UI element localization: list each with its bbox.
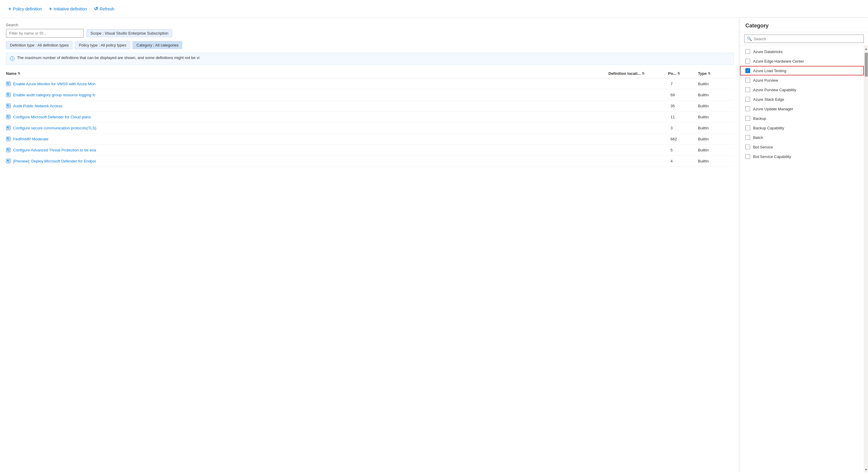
row-type: BuiltIn <box>698 159 734 163</box>
row-name[interactable]: [Preview]: Deploy Microsoft Defender for… <box>6 159 609 163</box>
row-name[interactable]: FedRAMP Moderate <box>6 137 609 141</box>
category-label-azure-update-manager: Azure Update Manager <box>753 107 793 111</box>
category-item-backup[interactable]: Backup <box>740 113 864 123</box>
category-item-backup-capability[interactable]: Backup Capability <box>740 123 864 133</box>
row-name[interactable]: Enable audit category group resource log… <box>6 93 609 97</box>
search-input[interactable] <box>6 29 84 38</box>
header-type[interactable]: Type ⇅ <box>698 71 734 76</box>
category-search-input[interactable] <box>754 37 861 41</box>
svg-rect-22 <box>7 129 9 129</box>
category-item-azure-stack-edge[interactable]: Azure Stack Edge <box>740 95 864 104</box>
info-icon: ⓘ <box>10 56 14 62</box>
table-row: Configure Microsoft Defender for Cloud p… <box>6 111 734 123</box>
category-item-bot-service[interactable]: Bot Service <box>740 142 864 152</box>
category-item-azure-purview-capability[interactable]: Azure Purview Capability <box>740 85 864 95</box>
svg-rect-1 <box>7 82 8 84</box>
svg-rect-27 <box>7 139 9 140</box>
table-header: Name ⇅ Definition locati... ⇅ Po... ⇅ Ty… <box>6 69 734 78</box>
category-item-azure-update-manager[interactable]: Azure Update Manager <box>740 104 864 113</box>
scroll-up-arrow[interactable]: ▲ <box>864 45 868 52</box>
row-name[interactable]: Audit Public Network Access <box>6 103 609 108</box>
category-item-azure-databricks[interactable]: Azure Databricks <box>740 47 864 56</box>
category-checkbox-bot-service[interactable] <box>745 144 750 149</box>
svg-rect-25 <box>6 137 10 141</box>
svg-rect-19 <box>9 116 9 117</box>
category-panel-title: Category <box>740 18 868 32</box>
left-panel: Search Scope : Visual Studio Enterprise … <box>0 18 740 473</box>
policy-definition-button[interactable]: + Policy definition <box>6 5 44 13</box>
row-count: 5 <box>668 148 698 153</box>
scope-badge[interactable]: Scope : Visual Studio Enterprise Subscri… <box>87 29 172 37</box>
scroll-thumb[interactable] <box>865 53 868 77</box>
category-checkbox-azure-databricks[interactable] <box>745 49 750 54</box>
category-item-azure-purview[interactable]: Azure Purview <box>740 75 864 85</box>
svg-rect-31 <box>7 149 8 150</box>
header-name[interactable]: Name ⇅ <box>6 71 609 76</box>
svg-rect-17 <box>7 117 9 118</box>
header-policies[interactable]: Po... ⇅ <box>668 71 698 76</box>
category-checkbox-batch[interactable] <box>745 135 750 140</box>
table-row: FedRAMP Moderate 662 BuiltIn <box>6 134 734 144</box>
category-checkbox-azure-purview-capability[interactable] <box>745 87 750 92</box>
svg-rect-8 <box>9 94 9 94</box>
row-type: BuiltIn <box>698 137 734 141</box>
policy-icon <box>6 114 11 119</box>
category-filter[interactable]: Category : All categories <box>132 41 182 49</box>
category-search-wrap: 🔍 <box>740 32 868 45</box>
category-checkbox-azure-edge-hardware-center[interactable] <box>745 59 750 64</box>
right-panel-inner: Azure Databricks Azure Edge Hardware Cen… <box>740 45 868 473</box>
row-count: 662 <box>668 137 698 141</box>
policy-type-filter[interactable]: Policy type : All policy types <box>75 41 130 49</box>
header-definition-location[interactable]: Definition locati... ⇅ <box>609 71 668 76</box>
table-body: Enable Azure Monitor for VMSS with Azure… <box>6 78 734 167</box>
category-item-bot-service-capability[interactable]: Bot Service Capability <box>740 152 864 161</box>
category-label-bot-service: Bot Service <box>753 145 773 149</box>
svg-rect-11 <box>7 105 8 106</box>
svg-rect-30 <box>6 148 10 152</box>
row-type: BuiltIn <box>698 126 734 130</box>
svg-rect-3 <box>9 82 9 83</box>
category-item-azure-load-testing[interactable]: Azure Load Testing <box>740 66 864 75</box>
policy-icon <box>6 81 11 86</box>
search-row: Scope : Visual Studio Enterprise Subscri… <box>6 29 734 38</box>
category-item-batch[interactable]: Batch <box>740 133 864 142</box>
category-item-azure-edge-hardware-center[interactable]: Azure Edge Hardware Center <box>740 56 864 66</box>
scroll-down-arrow[interactable]: ▼ <box>864 467 868 473</box>
row-count: 3 <box>668 126 698 130</box>
row-name[interactable]: Configure Advanced Threat Protection to … <box>6 147 609 153</box>
row-name[interactable]: Configure secure communication protocols… <box>6 126 609 130</box>
svg-rect-28 <box>9 138 9 138</box>
policy-icon <box>6 147 11 153</box>
table-row: Configure Advanced Threat Protection to … <box>6 144 734 156</box>
category-checkbox-azure-update-manager[interactable] <box>745 106 750 111</box>
table-row: Enable Azure Monitor for VMSS with Azure… <box>6 78 734 90</box>
svg-rect-21 <box>7 127 8 128</box>
definition-type-filter[interactable]: Definition type : All definition types <box>6 41 72 49</box>
plus-icon: + <box>8 6 11 12</box>
row-type: BuiltIn <box>698 148 734 153</box>
category-label-azure-purview-capability: Azure Purview Capability <box>753 88 796 92</box>
initiative-definition-button[interactable]: + Initiative definition <box>47 5 90 13</box>
row-name[interactable]: Configure Microsoft Defender for Cloud p… <box>6 114 609 119</box>
category-label-azure-edge-hardware-center: Azure Edge Hardware Center <box>753 59 804 64</box>
row-count: 11 <box>668 115 698 119</box>
refresh-icon: ↺ <box>94 6 98 12</box>
table-row: Enable audit category group resource log… <box>6 90 734 100</box>
category-checkbox-backup[interactable] <box>745 116 750 121</box>
svg-rect-16 <box>7 116 8 117</box>
category-checkbox-backup-capability[interactable] <box>745 126 750 130</box>
row-name[interactable]: Enable Azure Monitor for VMSS with Azure… <box>6 81 609 86</box>
policy-icon <box>6 159 11 163</box>
category-checkbox-azure-load-testing[interactable] <box>745 68 750 73</box>
category-checkbox-azure-stack-edge[interactable] <box>745 97 750 102</box>
refresh-button[interactable]: ↺ Refresh <box>92 5 117 13</box>
search-magnifier-icon: 🔍 <box>747 36 752 41</box>
category-checkbox-bot-service-capability[interactable] <box>745 154 750 159</box>
sort-policies-icon: ⇅ <box>677 72 680 75</box>
sort-name-icon: ⇅ <box>18 72 20 75</box>
svg-rect-33 <box>9 149 9 149</box>
category-checkbox-azure-purview[interactable] <box>745 78 750 82</box>
category-label-azure-purview: Azure Purview <box>753 78 778 82</box>
svg-rect-15 <box>6 115 10 119</box>
svg-rect-7 <box>7 95 9 96</box>
